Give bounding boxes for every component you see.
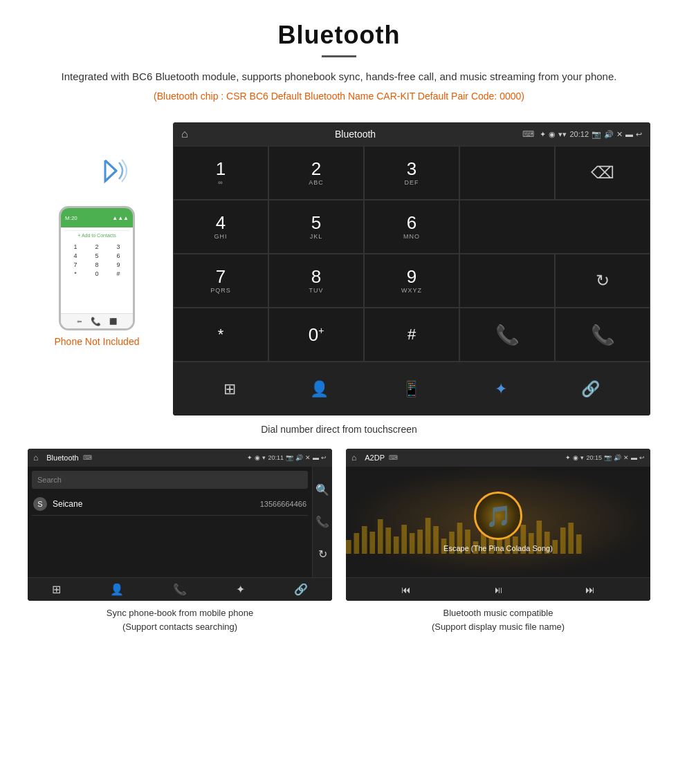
dialpad-contacts-icon[interactable]: 👤 [310, 380, 329, 398]
dial-display-area [459, 146, 555, 200]
dialpad-grid: 1∞ 2ABC 3DEF ⌫ 4GHI 5JKL 6MNO [173, 146, 650, 416]
page-title: Bluetooth [42, 21, 636, 50]
phone-key: 0 [86, 270, 107, 278]
contacts-caption: Sync phone-book from mobile phone (Suppo… [28, 606, 332, 633]
phone-key: 6 [108, 252, 129, 260]
close-icon[interactable]: ✕ [616, 130, 623, 139]
home-icon[interactable]: ⌂ [181, 128, 188, 140]
music-album-art: 🎵 [474, 492, 522, 540]
dial-key-6[interactable]: 6MNO [364, 200, 459, 254]
svg-rect-3 [369, 532, 375, 554]
page: Bluetooth Integrated with BC6 Bluetooth … [0, 0, 678, 633]
phone-key: 3 [108, 243, 129, 251]
contacts-bt-bottom-icon[interactable]: ✦ [236, 583, 245, 596]
refresh-button[interactable]: ↻ [555, 254, 650, 308]
contacts-bottom-bar: ⊞ 👤 📞 ✦ 🔗 [28, 577, 332, 601]
dialpad-link-icon[interactable]: 🔗 [581, 380, 600, 398]
contact-number: 13566664466 [260, 500, 306, 508]
hangup-button[interactable]: 📞 [555, 308, 650, 362]
window-icon[interactable]: ▬ [625, 130, 633, 138]
contacts-win-icon[interactable]: ▬ [313, 454, 319, 461]
phone-key: 4 [65, 252, 86, 260]
contacts-search-bar[interactable]: Search [32, 471, 308, 489]
music-statusbar: ⌂ A2DP ⌨ ✦ ◉ ▾ 20:15 📷 🔊 ✕ ▬ ↩ [346, 449, 650, 467]
contacts-vol-icon: 🔊 [295, 454, 303, 461]
dialpad-bluetooth-icon[interactable]: ✦ [495, 380, 507, 398]
svg-rect-1 [354, 533, 359, 554]
dial-empty-r2c4 [459, 200, 650, 254]
music-body: 🎵 Escape (The Pina Colada Song) [346, 467, 650, 577]
dialpad-phone-icon[interactable]: 📱 [402, 380, 421, 398]
bottom-section: ⌂ Bluetooth ⌨ ✦ ◉ ▾ 20:11 📷 🔊 ✕ ▬ ↩ [0, 449, 678, 633]
dialpad-screen-title: Bluetooth [194, 129, 517, 140]
contacts-call-icon[interactable]: 📞 [315, 515, 329, 528]
contact-name: Seicane [53, 499, 255, 509]
prev-track-button[interactable]: ⏮ [401, 584, 411, 595]
music-win-icon[interactable]: ▬ [631, 454, 637, 461]
backspace-button[interactable]: ⌫ [555, 146, 650, 200]
volume-icon: 🔊 [604, 130, 614, 139]
dial-key-4[interactable]: 4GHI [173, 200, 268, 254]
contacts-person-icon[interactable]: 👤 [110, 583, 124, 596]
contacts-right-icons: 🔍 📞 ↻ [312, 467, 332, 577]
music-bt-icon: ✦ [565, 454, 571, 461]
music-time: 20:15 [586, 454, 602, 461]
status-icons: ✦ ◉ ▾▾ 20:12 📷 🔊 ✕ ▬ ↩ [540, 130, 642, 139]
dial-key-9[interactable]: 9WXYZ [364, 254, 459, 308]
music-loc-icon: ◉ [573, 454, 578, 461]
call-button[interactable]: 📞 [459, 308, 555, 362]
contacts-list: S Seicane 13566664466 [32, 493, 308, 516]
contacts-time: 20:11 [268, 454, 284, 461]
dial-key-star[interactable]: * [173, 308, 268, 362]
play-pause-button[interactable]: ⏯ [493, 584, 503, 595]
dial-key-hash[interactable]: # [364, 308, 459, 362]
music-back-icon[interactable]: ↩ [639, 454, 645, 461]
back-icon[interactable]: ↩ [636, 130, 642, 139]
dial-key-2[interactable]: 2ABC [268, 146, 364, 200]
bluetooth-waves-icon [90, 150, 131, 199]
contact-item[interactable]: S Seicane 13566664466 [32, 493, 308, 516]
contacts-back-icon[interactable]: ↩ [321, 454, 327, 461]
svg-rect-26 [552, 540, 558, 554]
dial-key-7[interactable]: 7PQRS [173, 254, 268, 308]
music-close-icon[interactable]: ✕ [623, 454, 629, 461]
phone-not-included-label: Phone Not Included [55, 336, 140, 347]
contacts-cam-icon: 📷 [286, 454, 293, 461]
dial-key-3[interactable]: 3DEF [364, 146, 459, 200]
contacts-grid-icon[interactable]: ⊞ [52, 583, 61, 596]
contacts-search-icon[interactable]: 🔍 [315, 483, 329, 496]
dialpad-statusbar: ⌂ Bluetooth ⌨ ✦ ◉ ▾▾ 20:12 📷 🔊 ✕ ▬ ↩ [173, 122, 650, 146]
next-track-button[interactable]: ⏭ [585, 584, 595, 595]
music-screen-title: A2DP [365, 454, 385, 462]
contacts-wifi-icon: ▾ [262, 454, 266, 461]
dial-key-0[interactable]: 0+ [268, 308, 364, 362]
page-description: Integrated with BC6 Bluetooth module, su… [42, 68, 636, 85]
music-song-title: Escape (The Pina Colada Song) [443, 544, 553, 552]
dial-key-5[interactable]: 5JKL [268, 200, 364, 254]
contacts-link-icon[interactable]: 🔗 [294, 583, 308, 596]
music-home-icon[interactable]: ⌂ [351, 453, 356, 463]
dial-key-1[interactable]: 1∞ [173, 146, 268, 200]
music-screen: ⌂ A2DP ⌨ ✦ ◉ ▾ 20:15 📷 🔊 ✕ ▬ ↩ [346, 449, 650, 601]
svg-rect-8 [410, 533, 415, 554]
svg-rect-27 [560, 528, 566, 554]
svg-rect-2 [362, 526, 367, 554]
contacts-home-icon[interactable]: ⌂ [33, 453, 38, 463]
contacts-main-area: Search S Seicane 13566664466 [28, 467, 332, 577]
phone-bottom-bar: ⬅ 📞 ⬛ [61, 313, 133, 328]
dialpad-bottom-row: ⊞ 👤 📱 ✦ 🔗 [173, 362, 650, 416]
phone-key: 8 [86, 261, 107, 269]
phone-container: M:20 ▲▲▲ + Add to Contacts 1 2 3 4 5 6 7… [28, 122, 166, 347]
contacts-refresh-icon[interactable]: ↻ [318, 548, 327, 561]
phone-key: * [65, 270, 86, 278]
usb-icon: ⌨ [522, 129, 534, 139]
svg-rect-6 [394, 536, 399, 554]
music-caption: Bluetooth music compatible (Support disp… [346, 606, 650, 633]
contacts-search-placeholder: Search [37, 476, 302, 484]
dialpad-grid-icon[interactable]: ⊞ [223, 380, 236, 398]
dial-key-8[interactable]: 8TUV [268, 254, 364, 308]
svg-rect-9 [417, 530, 423, 554]
contacts-close-icon[interactable]: ✕ [305, 454, 311, 461]
contacts-statusbar: ⌂ Bluetooth ⌨ ✦ ◉ ▾ 20:11 📷 🔊 ✕ ▬ ↩ [28, 449, 332, 467]
contacts-phone-icon[interactable]: 📞 [173, 583, 187, 596]
